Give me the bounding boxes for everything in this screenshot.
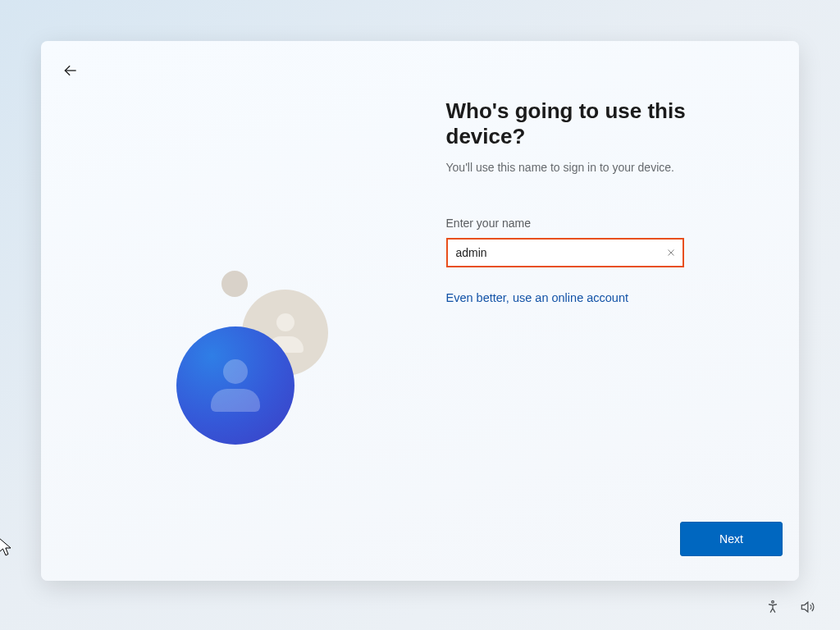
name-input[interactable] [448,240,682,266]
volume-icon [799,599,815,615]
accessibility-button[interactable] [765,599,781,615]
person-icon [211,359,260,412]
clear-input-button[interactable] [666,248,676,258]
oobe-dialog: Who's going to use this device? You'll u… [41,41,799,581]
system-tray [765,599,815,615]
close-icon [666,248,676,258]
page-title: Who's going to use this device? [446,98,758,149]
volume-button[interactable] [799,599,815,615]
illustration-pane [41,41,405,581]
svg-point-0 [772,600,774,603]
online-account-link[interactable]: Even better, use an online account [446,291,629,304]
name-label: Enter your name [446,217,758,230]
deco-circle-large [176,326,294,445]
page-subtitle: You'll use this name to sign in to your … [446,161,758,174]
accessibility-icon [765,599,781,615]
mouse-cursor [0,537,13,560]
form-pane: Who's going to use this device? You'll u… [405,41,799,581]
name-input-wrap [446,238,684,267]
next-button[interactable]: Next [680,522,783,556]
deco-circle-small [221,271,248,297]
next-button-label: Next [719,532,743,546]
